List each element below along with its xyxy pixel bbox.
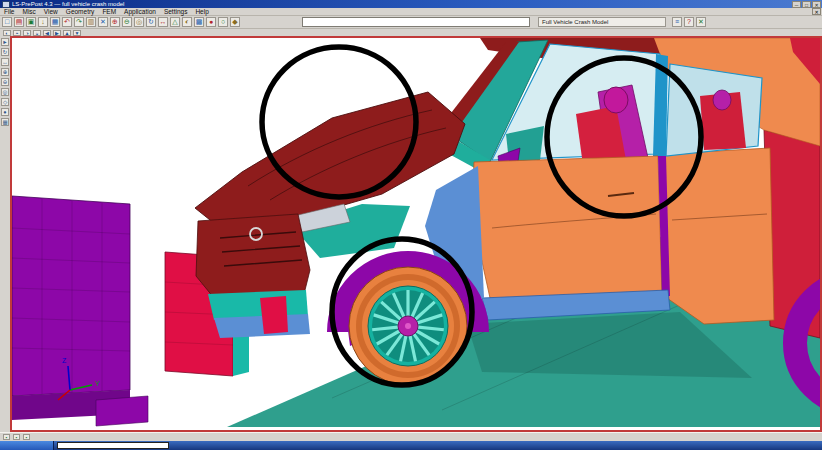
measure-icon[interactable]: △ <box>170 17 180 27</box>
selection-field[interactable] <box>302 17 530 27</box>
zoom-out-icon[interactable]: ⊖ <box>1 78 9 86</box>
mesh-mode-icon[interactable]: ▦ <box>1 118 9 126</box>
dummy-head[interactable] <box>604 87 628 113</box>
close-button[interactable]: ✕ <box>812 1 821 8</box>
mesh-icon[interactable]: ▩ <box>194 17 204 27</box>
fit-icon[interactable]: ◎ <box>1 88 9 96</box>
new-file-icon[interactable]: □ <box>2 17 12 27</box>
redo-icon[interactable]: ↷ <box>74 17 84 27</box>
front-bumper[interactable] <box>196 214 310 298</box>
command-input[interactable] <box>57 442 169 449</box>
graphics-viewport[interactable]: Y Z <box>10 36 822 432</box>
top-view-icon[interactable]: ◓ <box>13 30 21 36</box>
shade-mode-icon[interactable]: ● <box>1 108 9 116</box>
pan-icon[interactable]: ↔ <box>1 58 9 66</box>
left-toolbar: ► ↻ ↔ ⊕ ⊖ ◎ ◇ ● ▦ <box>0 36 10 432</box>
minimize-button[interactable]: ─ <box>792 1 801 8</box>
rotate-right-icon[interactable]: ▶ <box>53 30 61 36</box>
zoom-out-icon[interactable]: ⊖ <box>122 17 132 27</box>
rear-door[interactable] <box>664 148 774 324</box>
undo-icon[interactable]: ↶ <box>62 17 72 27</box>
menu-view[interactable]: View <box>44 8 58 16</box>
print-icon[interactable]: ▦ <box>50 17 60 27</box>
view-toolbar-icons: ◐ ◓ ◑ ◒ ◀ ▶ ▲ ▼ <box>3 30 81 36</box>
status-icon-3[interactable]: ▪ <box>23 434 30 440</box>
model-name-box[interactable]: Full Vehicle Crash Model <box>538 17 666 27</box>
rotate-icon[interactable]: ↻ <box>1 48 9 56</box>
rotate-up-icon[interactable]: ▲ <box>63 30 71 36</box>
menu-application[interactable]: Application <box>124 8 156 16</box>
wireframe-icon[interactable]: ○ <box>218 17 228 27</box>
status-icon-2[interactable]: ▪ <box>13 434 20 440</box>
menu-bar: File Misc View Geometry FEM Application … <box>0 8 822 16</box>
pan-view-icon[interactable]: ↔ <box>158 17 168 27</box>
menu-geometry[interactable]: Geometry <box>66 8 95 16</box>
left-view-icon[interactable]: ◐ <box>3 30 11 36</box>
hub-cap <box>405 323 411 329</box>
shaded-icon[interactable]: ● <box>206 17 216 27</box>
delete-icon[interactable]: ✕ <box>98 17 108 27</box>
zoom-in-icon[interactable]: ⊕ <box>1 68 9 76</box>
front-door[interactable] <box>472 156 662 304</box>
application-window: LS-PrePost 4.3 — full vehicle crash mode… <box>0 0 822 450</box>
main-toolbar-extra-icons: ≡ ? ✕ <box>672 17 706 27</box>
panel-close-icon[interactable]: ✕ <box>696 17 706 27</box>
barrier-foot[interactable] <box>96 396 148 426</box>
settings-icon[interactable]: ≡ <box>672 17 682 27</box>
view-toolbar: ◐ ◓ ◑ ◒ ◀ ▶ ▲ ▼ <box>0 29 822 36</box>
status-bar: ▪ ▪ ▪ <box>0 432 822 441</box>
window-controls: ─ □ ✕ <box>792 1 821 8</box>
rotate-down-icon[interactable]: ▼ <box>73 30 81 36</box>
rotate-view-icon[interactable]: ↻ <box>146 17 156 27</box>
import-icon[interactable]: ↓ <box>38 17 48 27</box>
menu-fem[interactable]: FEM <box>102 8 116 16</box>
model-scene: Y Z <box>12 38 820 430</box>
section-icon[interactable]: ◐ <box>182 17 192 27</box>
right-view-icon[interactable]: ◑ <box>23 30 31 36</box>
zoom-in-icon[interactable]: ⊕ <box>110 17 120 27</box>
help-icon[interactable]: ? <box>684 17 694 27</box>
bumper-lip[interactable] <box>214 314 310 338</box>
rear-dummy-head[interactable] <box>713 90 731 110</box>
axis-z-label: Z <box>62 357 67 364</box>
main-toolbar-icons: □ ▤ ▣ ↓ ▦ ↶ ↷ ▥ ✕ ⊕ ⊖ ◎ ↻ ↔ △ ◐ ▩ ● ○ ◆ <box>2 17 240 27</box>
rotate-left-icon[interactable]: ◀ <box>43 30 51 36</box>
maximize-button[interactable]: □ <box>802 1 811 8</box>
save-file-icon[interactable]: ▣ <box>26 17 36 27</box>
color-icon[interactable]: ◆ <box>230 17 240 27</box>
app-icon <box>2 1 10 8</box>
menu-help[interactable]: Help <box>195 8 208 16</box>
bottom-view-icon[interactable]: ◒ <box>33 30 41 36</box>
menu-file[interactable]: File <box>4 8 14 16</box>
select-icon[interactable]: ► <box>1 38 9 46</box>
command-bar <box>0 441 822 450</box>
menu-settings[interactable]: Settings <box>164 8 188 16</box>
status-icon-1[interactable]: ▪ <box>3 434 10 440</box>
open-file-icon[interactable]: ▤ <box>14 17 24 27</box>
menu-close-icon[interactable]: ✕ <box>812 8 821 15</box>
iso-view-icon[interactable]: ◇ <box>1 98 9 106</box>
command-bar-chip <box>0 441 54 450</box>
fog-lamp-panel[interactable] <box>260 296 288 334</box>
copy-icon[interactable]: ▥ <box>86 17 96 27</box>
menu-misc[interactable]: Misc <box>22 8 35 16</box>
fit-view-icon[interactable]: ◎ <box>134 17 144 27</box>
main-toolbar: □ ▤ ▣ ↓ ▦ ↶ ↷ ▥ ✕ ⊕ ⊖ ◎ ↻ ↔ △ ◐ ▩ ● ○ ◆ … <box>0 16 822 29</box>
axis-y-label: Y <box>95 380 100 387</box>
barrier-block[interactable] <box>12 196 130 396</box>
